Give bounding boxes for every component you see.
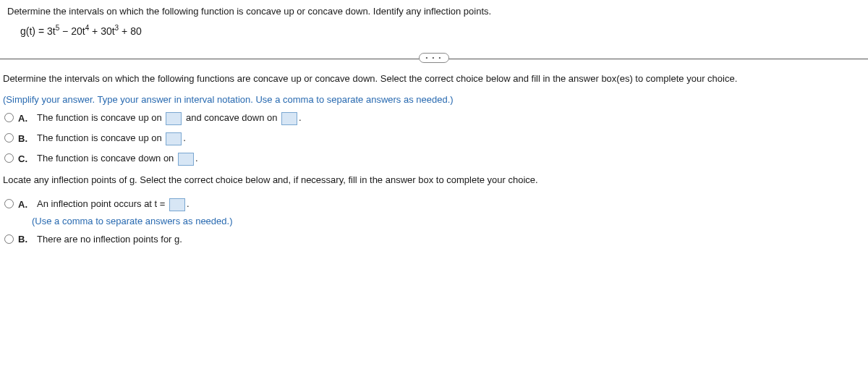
- q2-radio-b[interactable]: [4, 234, 14, 244]
- choice-text: An inflection point occurs at t = .: [37, 198, 190, 211]
- q2-a-answer-1[interactable]: [169, 198, 185, 211]
- q1-hint: (Simplify your answer. Type your answer …: [3, 94, 865, 105]
- text-part: .: [187, 198, 190, 209]
- problem-header: Determine the intervals on which the fol…: [0, 6, 868, 47]
- text-part: The function is concave down on: [37, 153, 176, 164]
- choice-letter: A.: [18, 199, 30, 210]
- q1-choice-a: A. The function is concave up on and con…: [3, 112, 865, 125]
- q1-a-answer-2[interactable]: [281, 112, 297, 125]
- choice-text: There are no inflection points for g.: [37, 234, 182, 245]
- formula-part: + 30t: [89, 25, 114, 37]
- question-body: Determine the intervals on which the fol…: [0, 73, 868, 245]
- q2-prompt: Locate any inflection points of g. Selec…: [3, 174, 865, 185]
- q2-choice-b: B. There are no inflection points for g.: [3, 234, 865, 245]
- expand-button[interactable]: • • •: [419, 53, 449, 63]
- section-divider: • • •: [0, 51, 868, 66]
- choice-letter: B.: [18, 234, 30, 245]
- text-part: An inflection point occurs at t =: [37, 198, 168, 209]
- q1-choice-b: B. The function is concave up on .: [3, 132, 865, 145]
- text-part: .: [299, 112, 302, 123]
- choice-letter: C.: [18, 153, 30, 164]
- q1-radio-c[interactable]: [4, 153, 14, 163]
- text-part: The function is concave up on: [37, 112, 164, 123]
- choice-text: The function is concave up on .: [37, 132, 186, 145]
- formula-part: g(t) = 3t: [20, 25, 56, 37]
- formula-part: − 20t: [59, 25, 85, 37]
- text-part: The function is concave up on: [37, 132, 164, 143]
- text-part: .: [195, 153, 198, 164]
- q2-radio-a[interactable]: [4, 199, 14, 208]
- q1-instruction: Determine the intervals on which the fol…: [3, 73, 865, 84]
- function-formula: g(t) = 3t5 − 20t4 + 30t3 + 80: [7, 24, 861, 37]
- choice-text: The function is concave up on and concav…: [37, 112, 302, 125]
- q1-c-answer-1[interactable]: [178, 153, 194, 166]
- q2-a-hint: (Use a comma to separate answers as need…: [32, 216, 865, 226]
- q1-b-answer-1[interactable]: [166, 132, 182, 145]
- problem-statement: Determine the intervals on which the fol…: [7, 6, 861, 17]
- q1-radio-a[interactable]: [4, 113, 14, 122]
- q1-radio-b[interactable]: [4, 133, 14, 143]
- choice-letter: A.: [18, 113, 30, 124]
- q1-choice-c: C. The function is concave down on .: [3, 153, 865, 166]
- q2-choice-a: A. An inflection point occurs at t = .: [3, 198, 865, 211]
- text-part: and concave down on: [183, 112, 280, 123]
- text-part: .: [183, 132, 186, 143]
- choice-letter: B.: [18, 133, 30, 144]
- formula-part: + 80: [119, 25, 142, 37]
- choice-text: The function is concave down on .: [37, 153, 198, 166]
- q1-a-answer-1[interactable]: [166, 112, 182, 125]
